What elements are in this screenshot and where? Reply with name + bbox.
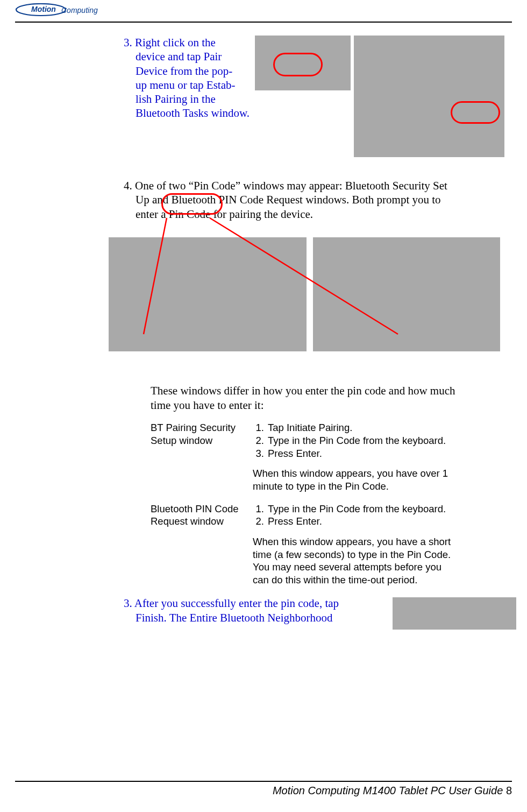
footer-text: Motion Computing M1400 Tablet PC User Gu… [273, 785, 503, 796]
windows-differ-paragraph: These windows differ in how you enter th… [124, 384, 462, 413]
callout-icon [273, 53, 323, 76]
brand-logo: Motion Computing [15, 3, 112, 22]
table-row: Bluetooth PIN Code Request window Type i… [151, 503, 457, 587]
step-4-text: 4. One of two “Pin Code” windows may app… [124, 179, 500, 221]
row1-note: When this window appears, you have over … [253, 467, 457, 492]
step-3-number: 3. [124, 36, 132, 49]
header-rule [15, 22, 512, 23]
row1-label: BT Pairing Security Setup window [151, 421, 253, 492]
row1-steps: Tap Initiate Pairing. Type in the Pin Co… [253, 421, 457, 460]
logo-computing-text: Computing [61, 6, 98, 15]
list-item: Press Enter. [267, 515, 457, 528]
row2-steps: Type in the Pin Code from the keyboard. … [253, 503, 457, 528]
footer-rule [15, 781, 512, 782]
row2-note: When this window appears, you have a sho… [253, 535, 457, 587]
logo-motion-text: Motion [31, 5, 56, 13]
row2-label: Bluetooth PIN Code Request window [151, 503, 253, 587]
page-number: 8 [506, 785, 512, 796]
list-item: Type in the Pin Code from the keyboard. [267, 434, 457, 447]
page-footer: Motion Computing M1400 Tablet PC User Gu… [273, 785, 512, 797]
screenshot-placeholder-pin-request [313, 237, 500, 351]
screenshot-placeholder-finish [393, 597, 516, 630]
screenshot-placeholder-tasks [354, 36, 504, 157]
list-item: Tap Initiate Pairing. [267, 421, 457, 434]
callout-icon [451, 101, 500, 124]
callout-icon [161, 193, 223, 215]
screenshot-placeholder-security-setup [109, 237, 307, 351]
table-row: BT Pairing Security Setup window Tap Ini… [151, 421, 457, 492]
pin-code-screenshots [124, 237, 500, 351]
list-item: Press Enter. [267, 447, 457, 460]
step-3-block: 3. Right click on the device and tap Pai… [124, 33, 500, 173]
list-item: Type in the Pin Code from the keyboard. [267, 503, 457, 516]
step-3-text: 3. Right click on the device and tap Pai… [124, 36, 253, 121]
pin-code-table: BT Pairing Security Setup window Tap Ini… [124, 421, 457, 586]
step-final-text: 3. After you successfully enter the pin … [124, 596, 382, 625]
step-final-block: 3. After you successfully enter the pin … [124, 596, 500, 625]
